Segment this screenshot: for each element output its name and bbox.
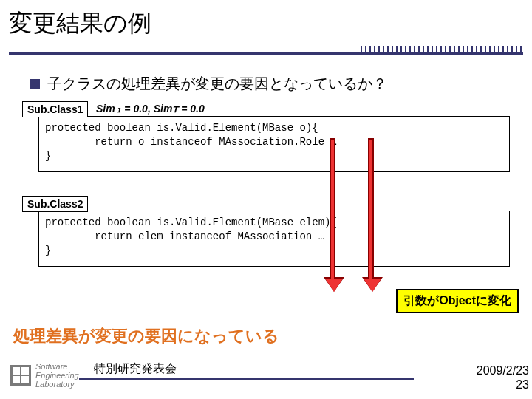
arrow-2-icon xyxy=(364,138,378,292)
bullet-row: 子クラスの処理差異が変更の要因となっているか？ xyxy=(30,74,532,94)
callout-badge: 引数がObjectに変化 xyxy=(396,289,519,313)
footer-center-text: 特別研究発表会 xyxy=(79,361,414,380)
bullet-text: 子クラスの処理差異が変更の要因となっているか？ xyxy=(47,74,387,94)
code-box-2: protected boolean is.Valid.Element(MBase… xyxy=(38,211,510,267)
footer-page-number: 23 xyxy=(477,378,529,392)
code-2-text: protected boolean is.Valid.Element(MBase… xyxy=(45,216,337,256)
logo-mark-icon xyxy=(10,365,31,386)
title-rule xyxy=(9,46,523,59)
footer: Software Engineering Laboratory 特別研究発表会 … xyxy=(0,356,532,395)
logo-line-1: Software xyxy=(35,362,79,371)
arrow-1-icon xyxy=(325,138,340,292)
subclass1-tag: Sub.Class1 xyxy=(22,101,88,117)
code-1-text: protected boolean is.Valid.Element(MBase… xyxy=(45,122,337,162)
sim-values: Sim ₁ = 0.0, Simᴛ = 0.0 xyxy=(96,103,205,115)
logo-line-2: Engineering xyxy=(35,371,79,380)
page-title: 変更結果の例 xyxy=(9,7,523,40)
code-area: Sub.Class1 Sim ₁ = 0.0, Simᴛ = 0.0 prote… xyxy=(22,100,517,292)
bullet-icon xyxy=(30,79,40,89)
footer-date: 2009/2/23 xyxy=(477,364,529,378)
code-box-1: protected boolean is.Valid.Element(MBase… xyxy=(38,116,510,172)
logo-line-3: Laboratory xyxy=(35,380,79,389)
lab-logo: Software Engineering Laboratory xyxy=(10,362,79,389)
conclusion-text: 処理差異が変更の要因になっている xyxy=(13,325,279,347)
subclass2-tag: Sub.Class2 xyxy=(22,196,88,212)
